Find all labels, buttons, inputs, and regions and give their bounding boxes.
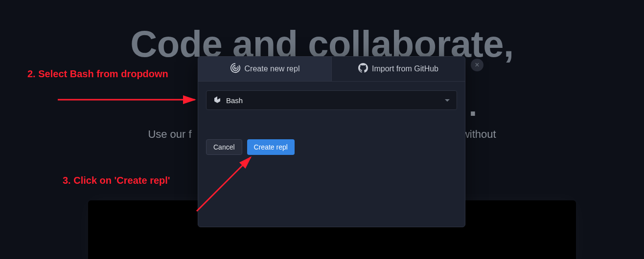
annotation-arrow-2 [192,152,270,216]
dropdown-selected-label: Bash [226,96,243,105]
hero-subtitle-right: without [462,128,496,140]
svg-line-1 [197,157,251,211]
modal-tabs: Create new repl Import from GitHub [198,57,465,82]
hero-dot: . [469,89,477,123]
modal-body: Bash Cancel Create repl [198,82,465,164]
annotation-step-3: 3. Click on 'Create repl' [63,175,170,186]
hero-subtitle-left: Use our f [148,128,191,140]
tab-import-github[interactable]: Import from GitHub [332,57,465,81]
tab-create-new-repl[interactable]: Create new repl [198,57,332,81]
chevron-down-icon [445,99,450,102]
close-button[interactable]: × [471,59,483,71]
github-icon [358,63,368,75]
close-icon: × [475,61,479,69]
spiral-icon [230,63,241,75]
annotation-arrow-1 [58,85,200,114]
annotation-step-2: 2. Select Bash from dropdown [27,68,168,80]
cube-icon [213,96,221,105]
tab-import-label: Import from GitHub [372,65,438,73]
tab-create-label: Create new repl [245,65,300,73]
language-dropdown[interactable]: Bash [206,90,457,110]
